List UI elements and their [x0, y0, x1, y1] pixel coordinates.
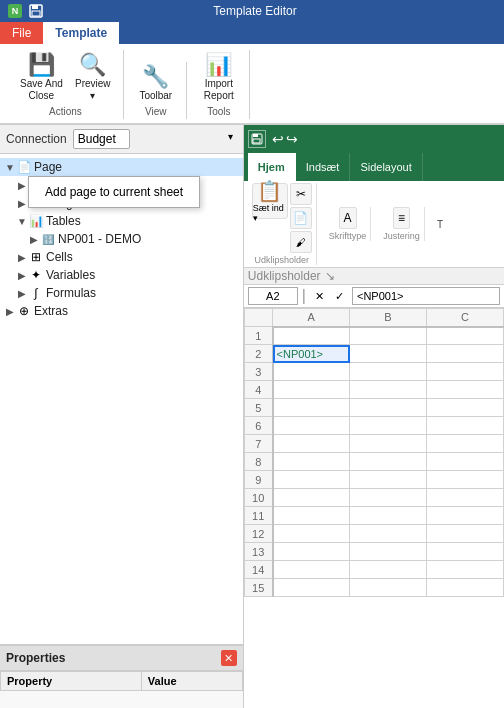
- row-header-3: 3: [244, 363, 272, 381]
- connection-dropdown[interactable]: Budget Forecast Actuals: [73, 129, 130, 149]
- cell-B11[interactable]: [350, 507, 427, 525]
- context-item-add-page[interactable]: Add page to current sheet: [29, 181, 199, 203]
- cell-A13[interactable]: [273, 543, 350, 561]
- cell-B6[interactable]: [350, 417, 427, 435]
- cell-A4[interactable]: [273, 381, 350, 399]
- properties-header: Properties ✕: [0, 646, 243, 671]
- cell-reference-box[interactable]: A2: [248, 287, 298, 305]
- tables-icon: 📊: [28, 214, 44, 228]
- properties-close-button[interactable]: ✕: [221, 650, 237, 666]
- ribbon-group-actions: 💾 Save AndClose 🔍 Preview▾ Actions: [8, 50, 124, 119]
- cell-C11[interactable]: [427, 507, 504, 525]
- cell-A14[interactable]: [273, 561, 350, 579]
- cell-B3[interactable]: [350, 363, 427, 381]
- cell-C13[interactable]: [427, 543, 504, 561]
- excel-tab-indset[interactable]: Indsæt: [296, 153, 351, 181]
- cell-C1[interactable]: [427, 327, 504, 345]
- cell-B8[interactable]: [350, 453, 427, 471]
- connection-bar: Connection Budget Forecast Actuals: [0, 125, 243, 154]
- tab-file[interactable]: File: [0, 22, 43, 44]
- format-painter-button[interactable]: 🖌: [290, 231, 312, 253]
- font-button[interactable]: A: [339, 207, 357, 229]
- ribbon-group-view: 🔧 Toolbar View: [126, 62, 187, 119]
- cell-A7[interactable]: [273, 435, 350, 453]
- save-close-button[interactable]: 💾 Save AndClose: [16, 52, 67, 104]
- cell-A3[interactable]: [273, 363, 350, 381]
- tree-item-formulas[interactable]: ▶ ∫ Formulas: [0, 284, 243, 302]
- paste-button[interactable]: 📋 Sæt ind ▾: [252, 183, 288, 219]
- tree-arrow-page: ▼: [4, 162, 16, 173]
- cell-B10[interactable]: [350, 489, 427, 507]
- cell-A11[interactable]: [273, 507, 350, 525]
- cell-C4[interactable]: [427, 381, 504, 399]
- redo-icon[interactable]: ↪: [286, 131, 298, 147]
- cell-C3[interactable]: [427, 363, 504, 381]
- cell-A10[interactable]: [273, 489, 350, 507]
- copy-button[interactable]: 📄: [290, 207, 312, 229]
- grid-table: A B C 12<NP001>3456789101112131415: [244, 308, 504, 597]
- cell-C9[interactable]: [427, 471, 504, 489]
- col-header-A[interactable]: A: [273, 309, 350, 327]
- cell-B4[interactable]: [350, 381, 427, 399]
- tree-item-extras[interactable]: ▶ ⊕ Extras: [0, 302, 243, 320]
- confirm-formula-button[interactable]: ✓: [330, 287, 348, 305]
- cell-C10[interactable]: [427, 489, 504, 507]
- undo-icon[interactable]: ↩: [272, 131, 284, 147]
- row-header-1: 1: [244, 327, 272, 345]
- excel-section-ribbon: 📋 Sæt ind ▾ ✂ 📄 🖌 Udklipsholder A Skrift…: [244, 181, 504, 268]
- cut-button[interactable]: ✂: [290, 183, 312, 205]
- cell-B5[interactable]: [350, 399, 427, 417]
- udklipsholder-expand-icon[interactable]: ↘: [325, 269, 335, 283]
- tree-item-np001[interactable]: ▶ 🔢 NP001 - DEMO: [0, 230, 243, 248]
- preview-button[interactable]: 🔍 Preview▾: [71, 52, 115, 104]
- cell-B15[interactable]: [350, 579, 427, 597]
- cell-C14[interactable]: [427, 561, 504, 579]
- title-bar: N Template Editor: [0, 0, 504, 22]
- cell-A9[interactable]: [273, 471, 350, 489]
- cell-A5[interactable]: [273, 399, 350, 417]
- cell-B1[interactable]: [350, 327, 427, 345]
- tree-item-variables[interactable]: ▶ ✦ Variables: [0, 266, 243, 284]
- cell-A12[interactable]: [273, 525, 350, 543]
- import-report-button[interactable]: 📊 ImportReport: [197, 52, 241, 104]
- cell-C12[interactable]: [427, 525, 504, 543]
- cell-C8[interactable]: [427, 453, 504, 471]
- cell-B2[interactable]: [350, 345, 427, 363]
- cancel-formula-button[interactable]: ✕: [310, 287, 328, 305]
- cell-B14[interactable]: [350, 561, 427, 579]
- ribbon-group-tools: 📊 ImportReport Tools: [189, 50, 250, 119]
- tree-item-tables[interactable]: ▼ 📊 Tables: [0, 212, 243, 230]
- row-header-5: 5: [244, 399, 272, 417]
- cell-B7[interactable]: [350, 435, 427, 453]
- cell-A1[interactable]: [273, 327, 350, 345]
- cells-icon: ⊞: [28, 250, 44, 264]
- cell-C2[interactable]: [427, 345, 504, 363]
- excel-tab-hjem[interactable]: Hjem: [248, 153, 296, 181]
- col-header-B[interactable]: B: [350, 309, 427, 327]
- cell-B9[interactable]: [350, 471, 427, 489]
- align-button[interactable]: ≡: [393, 207, 410, 229]
- cell-B13[interactable]: [350, 543, 427, 561]
- paste-icon: 📋: [257, 179, 282, 203]
- cell-C15[interactable]: [427, 579, 504, 597]
- formula-input[interactable]: [352, 287, 500, 305]
- tab-template[interactable]: Template: [43, 22, 119, 44]
- excel-save-btn[interactable]: [248, 130, 266, 148]
- cell-A6[interactable]: [273, 417, 350, 435]
- cell-C5[interactable]: [427, 399, 504, 417]
- tree-item-page[interactable]: ▼ 📄 Page: [0, 158, 243, 176]
- tree-item-cells[interactable]: ▶ ⊞ Cells: [0, 248, 243, 266]
- cell-A15[interactable]: [273, 579, 350, 597]
- excel-tab-sidelayout[interactable]: Sidelayout: [350, 153, 422, 181]
- svg-rect-4: [253, 134, 258, 137]
- save-icon: 💾: [28, 54, 55, 76]
- cell-A8[interactable]: [273, 453, 350, 471]
- cell-A2[interactable]: <NP001>: [273, 345, 350, 363]
- cell-C7[interactable]: [427, 435, 504, 453]
- toolbar-button[interactable]: 🔧 Toolbar: [134, 64, 178, 104]
- col-header-C[interactable]: C: [427, 309, 504, 327]
- page-icon: 📄: [16, 160, 32, 174]
- cell-C6[interactable]: [427, 417, 504, 435]
- save-icon[interactable]: [28, 3, 44, 19]
- cell-B12[interactable]: [350, 525, 427, 543]
